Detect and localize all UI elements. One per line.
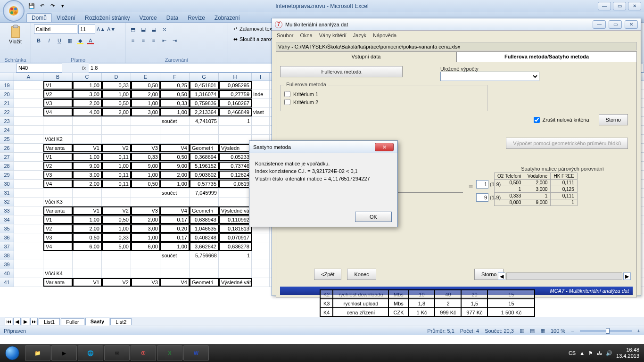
- cell[interactable]: V4: [160, 278, 190, 287]
- cell[interactable]: 1,00: [102, 90, 131, 99]
- task-explorer[interactable]: 📁: [25, 345, 50, 361]
- cell[interactable]: [252, 126, 270, 134]
- sheet-tab[interactable]: List1: [39, 318, 60, 325]
- row-header[interactable]: 28: [0, 162, 14, 170]
- cell[interactable]: 1,00: [73, 153, 102, 161]
- underline-button[interactable]: U: [55, 36, 64, 45]
- cell[interactable]: V2: [43, 90, 73, 99]
- align-center-icon[interactable]: ≡: [139, 36, 148, 45]
- mca-tab-methods[interactable]: Fullerova metoda/Saatyho metoda: [456, 51, 637, 62]
- mca-close[interactable]: ✕: [625, 20, 638, 29]
- view-break-icon[interactable]: ▦: [540, 328, 545, 334]
- cell[interactable]: [102, 251, 131, 260]
- cell[interactable]: [131, 260, 160, 269]
- col-header[interactable]: A: [14, 73, 43, 81]
- cell[interactable]: [131, 189, 160, 197]
- start-button[interactable]: [0, 344, 25, 362]
- cell[interactable]: [14, 135, 43, 143]
- mca-min[interactable]: —: [593, 20, 606, 29]
- cell[interactable]: 5,00: [102, 242, 131, 251]
- paste-button[interactable]: Vložit: [7, 24, 25, 47]
- indent-dec-icon[interactable]: ⇤: [159, 36, 169, 45]
- cell[interactable]: 2,00: [73, 224, 102, 233]
- mca-menu-lang[interactable]: Jazyk: [353, 33, 366, 38]
- cell[interactable]: V1: [73, 206, 102, 215]
- align-top-icon[interactable]: ⬒: [128, 25, 138, 34]
- hscroll-left[interactable]: ◀: [498, 272, 505, 280]
- cell[interactable]: 0,57735: [190, 180, 219, 188]
- cell[interactable]: V4: [160, 144, 190, 152]
- tray-net-icon[interactable]: 🖧: [597, 350, 602, 356]
- row-header[interactable]: 35: [0, 224, 14, 233]
- cell[interactable]: [14, 269, 43, 278]
- zoom-in-icon[interactable]: +: [637, 328, 640, 334]
- cell[interactable]: [252, 278, 270, 287]
- cell[interactable]: 0,50: [160, 153, 190, 161]
- cell[interactable]: [73, 269, 102, 278]
- cell[interactable]: [14, 233, 43, 242]
- cell[interactable]: 0,17: [160, 215, 190, 224]
- cell[interactable]: Varianta: [43, 206, 73, 215]
- cell[interactable]: [14, 81, 43, 90]
- max-button[interactable]: ▭: [613, 2, 626, 10]
- cell[interactable]: Výsledn: [219, 144, 252, 152]
- zoom-out-icon[interactable]: −: [571, 328, 574, 334]
- close-button[interactable]: ✕: [628, 2, 641, 10]
- cell[interactable]: [102, 117, 131, 125]
- redo-icon[interactable]: ↷: [48, 2, 57, 10]
- cell[interactable]: V3: [43, 171, 73, 179]
- cell[interactable]: 1,00: [131, 171, 160, 179]
- mca-menu-help[interactable]: Nápověda: [373, 33, 396, 38]
- cell[interactable]: 1,00: [131, 233, 160, 242]
- cell[interactable]: 9,00: [160, 162, 190, 170]
- tab-insert[interactable]: Vložení: [52, 14, 80, 22]
- row-header[interactable]: 34: [0, 215, 14, 224]
- view-layout-icon[interactable]: ▤: [530, 328, 535, 334]
- zoom-slider[interactable]: [580, 330, 632, 332]
- tray-vol-icon[interactable]: 🔊: [606, 350, 612, 356]
- mca-max[interactable]: ▭: [609, 20, 622, 29]
- cell[interactable]: [131, 126, 160, 134]
- cell[interactable]: [73, 126, 102, 134]
- cell[interactable]: [73, 189, 102, 197]
- cell[interactable]: [131, 117, 160, 125]
- cell[interactable]: V3: [131, 144, 160, 152]
- col-header[interactable]: D: [102, 73, 131, 81]
- cell[interactable]: [14, 260, 43, 269]
- cell[interactable]: [102, 197, 131, 206]
- row-header[interactable]: 22: [0, 108, 14, 116]
- sheet-tab[interactable]: List2: [110, 318, 132, 325]
- cell[interactable]: [14, 180, 43, 188]
- fill-color-button[interactable]: ◆: [75, 36, 85, 45]
- dialog-ok-button[interactable]: OK: [355, 212, 392, 222]
- cell[interactable]: V3: [43, 99, 73, 107]
- cell[interactable]: 0,25: [160, 81, 190, 90]
- col-header[interactable]: C: [73, 73, 102, 81]
- cell[interactable]: Geometri: [190, 206, 219, 215]
- row-header[interactable]: 31: [0, 189, 14, 197]
- select-all-cell[interactable]: [0, 73, 14, 81]
- sheet-tab[interactable]: Saaty: [85, 318, 109, 326]
- cell[interactable]: V1: [73, 278, 102, 287]
- cell[interactable]: 5,196152: [190, 162, 219, 170]
- italic-button[interactable]: I: [44, 36, 54, 45]
- cell[interactable]: 1,00: [160, 180, 190, 188]
- cell[interactable]: 0,110992: [219, 215, 252, 224]
- cell[interactable]: [14, 90, 43, 99]
- cell[interactable]: 1,00: [160, 242, 190, 251]
- hscroll-track[interactable]: [506, 272, 622, 280]
- cell[interactable]: [190, 126, 219, 134]
- tab-review[interactable]: Revize: [183, 14, 210, 22]
- cell[interactable]: [131, 269, 160, 278]
- cell[interactable]: [102, 126, 131, 134]
- row-header[interactable]: 33: [0, 206, 14, 215]
- cell[interactable]: V2: [43, 162, 73, 170]
- sheet-tab[interactable]: Fuller: [61, 318, 84, 325]
- mca-menu-file[interactable]: Soubor: [277, 33, 293, 38]
- cell[interactable]: 0,33: [160, 99, 190, 107]
- bold-button[interactable]: B: [34, 36, 43, 45]
- task-excel[interactable]: X: [157, 345, 182, 361]
- col-header[interactable]: H: [219, 73, 252, 81]
- reset-zero-check[interactable]: Zrušit nulová kritéria: [534, 117, 589, 123]
- task-chrome[interactable]: 🌐: [78, 345, 103, 361]
